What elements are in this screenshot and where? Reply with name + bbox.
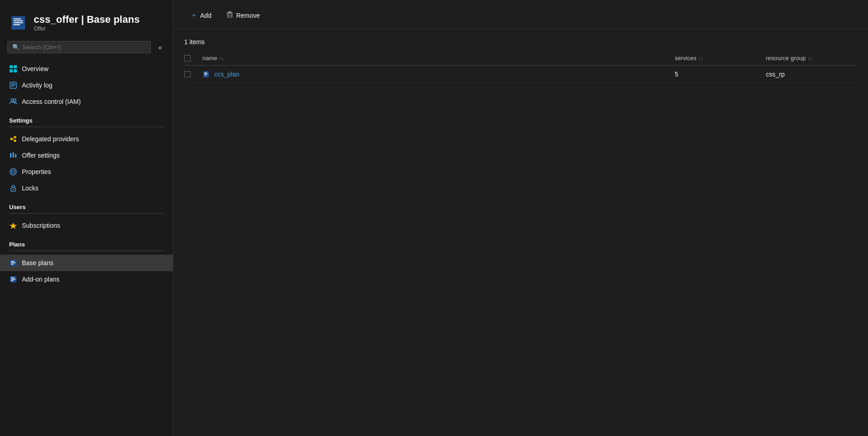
page-title: css_offer | Base plans xyxy=(34,14,140,26)
remove-button[interactable]: Remove xyxy=(220,8,266,22)
main-content: ＋ Add Remove 1 items xyxy=(173,0,868,436)
addon-plans-icon xyxy=(9,275,17,283)
search-box[interactable]: 🔍 xyxy=(7,41,151,53)
svg-rect-7 xyxy=(10,69,13,72)
sidebar-item-addon-plans[interactable]: Add-on plans xyxy=(0,271,173,287)
svg-rect-34 xyxy=(11,277,15,278)
svg-rect-44 xyxy=(204,74,208,74)
remove-label: Remove xyxy=(236,12,260,19)
delegated-providers-label: Delegated providers xyxy=(22,135,79,143)
svg-rect-45 xyxy=(204,75,207,75)
row-checkbox-cell xyxy=(184,71,202,77)
offer-settings-label: Offer settings xyxy=(22,152,60,159)
header-checkbox-cell xyxy=(184,55,202,62)
sidebar-header: css_offer | Base plans Offer xyxy=(0,9,173,41)
svg-rect-8 xyxy=(14,69,17,72)
toolbar: ＋ Add Remove xyxy=(173,0,868,29)
remove-icon xyxy=(226,11,233,20)
svg-rect-6 xyxy=(14,65,17,68)
svg-point-15 xyxy=(10,138,13,140)
offer-settings-icon xyxy=(9,151,17,159)
locks-label: Locks xyxy=(22,185,39,192)
locks-icon xyxy=(9,184,17,192)
collapse-button[interactable]: « xyxy=(155,42,165,53)
offer-header-icon xyxy=(9,14,27,32)
rg-col-label: resource group xyxy=(766,55,806,62)
rg-col-header[interactable]: resource group ↑↓ xyxy=(766,55,857,62)
items-count: 1 items xyxy=(184,38,857,46)
sidebar-item-overview[interactable]: Overview xyxy=(0,61,173,77)
settings-section-label: Settings xyxy=(0,110,173,127)
services-col-label: services xyxy=(675,55,697,62)
sidebar-item-subscriptions[interactable]: Subscriptions xyxy=(0,217,173,234)
table-header: name ↑↓ services ↑↓ resource group ↑↓ xyxy=(184,51,857,66)
svg-rect-35 xyxy=(11,279,16,280)
svg-rect-3 xyxy=(13,22,23,23)
overview-icon xyxy=(9,65,17,73)
svg-rect-32 xyxy=(11,264,14,265)
row-checkbox[interactable] xyxy=(184,71,191,77)
name-col-header[interactable]: name ↑↓ xyxy=(202,55,675,62)
add-label: Add xyxy=(200,12,212,19)
settings-divider xyxy=(9,127,164,127)
svg-rect-1 xyxy=(13,18,21,19)
sidebar-item-offer-settings[interactable]: Offer settings xyxy=(0,147,173,164)
addon-plans-label: Add-on plans xyxy=(22,276,60,283)
row-resource-group: css_rp xyxy=(766,71,857,78)
svg-rect-5 xyxy=(10,65,13,68)
users-section-label: Users xyxy=(0,196,173,213)
sidebar-item-base-plans[interactable]: Base plans xyxy=(0,255,173,271)
svg-rect-42 xyxy=(203,71,209,77)
search-row: 🔍 « xyxy=(0,41,173,61)
sidebar-item-delegated-providers[interactable]: Delegated providers xyxy=(0,131,173,147)
overview-label: Overview xyxy=(22,65,48,72)
row-name-cell: ccs_plan xyxy=(202,70,675,78)
svg-rect-39 xyxy=(227,13,232,17)
svg-rect-30 xyxy=(11,261,15,262)
search-input[interactable] xyxy=(22,44,146,51)
rg-sort-icon: ↑↓ xyxy=(807,56,812,61)
sidebar-item-properties[interactable]: Properties xyxy=(0,164,173,180)
iam-label: Access control (IAM) xyxy=(22,98,81,105)
svg-point-28 xyxy=(13,189,14,190)
activity-log-icon xyxy=(9,81,17,89)
svg-rect-37 xyxy=(227,12,232,13)
sidebar-header-text: css_offer | Base plans Offer xyxy=(34,14,140,32)
svg-rect-22 xyxy=(15,154,16,158)
sidebar-item-iam[interactable]: Access control (IAM) xyxy=(0,93,173,110)
services-sort-icon: ↑↓ xyxy=(698,56,703,61)
services-col-header[interactable]: services ↑↓ xyxy=(675,55,766,62)
svg-rect-31 xyxy=(11,262,16,263)
svg-point-16 xyxy=(14,136,16,138)
plans-divider xyxy=(9,251,164,251)
svg-rect-21 xyxy=(13,152,14,158)
properties-label: Properties xyxy=(22,168,51,175)
add-icon: ＋ xyxy=(191,11,197,20)
table-row[interactable]: ccs_plan 5 css_rp xyxy=(184,66,857,83)
svg-point-17 xyxy=(14,140,16,142)
search-icon: 🔍 xyxy=(12,44,20,51)
svg-line-19 xyxy=(13,139,15,140)
activity-log-label: Activity log xyxy=(22,82,52,89)
row-name: ccs_plan xyxy=(214,71,239,78)
add-button[interactable]: ＋ Add xyxy=(184,8,218,22)
svg-rect-43 xyxy=(204,72,207,73)
base-plans-label: Base plans xyxy=(22,259,53,267)
select-all-checkbox[interactable] xyxy=(184,55,191,62)
base-plans-icon xyxy=(9,259,17,267)
row-services: 5 xyxy=(675,71,766,78)
svg-rect-36 xyxy=(11,280,14,281)
svg-line-18 xyxy=(13,138,15,138)
name-col-label: name xyxy=(202,55,217,62)
svg-rect-4 xyxy=(13,24,20,25)
sidebar-item-activity-log[interactable]: Activity log xyxy=(0,77,173,93)
svg-rect-10 xyxy=(11,83,16,84)
svg-rect-38 xyxy=(228,11,231,12)
sidebar-item-locks[interactable]: Locks xyxy=(0,180,173,196)
page-subtitle: Offer xyxy=(34,26,140,32)
content-area: 1 items name ↑↓ services ↑↓ resource gro… xyxy=(173,29,868,436)
plans-section-label: Plans xyxy=(0,234,173,251)
properties-icon xyxy=(9,168,17,176)
subscriptions-label: Subscriptions xyxy=(22,222,60,229)
delegated-icon xyxy=(9,135,17,143)
